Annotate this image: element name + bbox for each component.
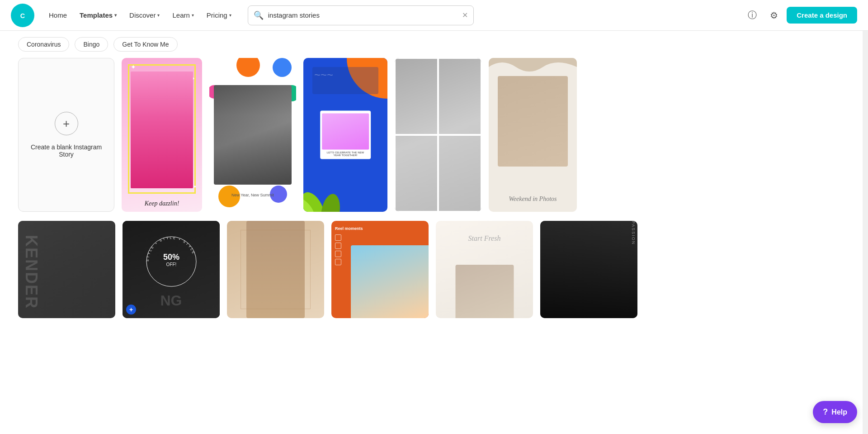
dot-blue: [273, 58, 292, 77]
tag-chip-coronavirus[interactable]: Coronavirus: [18, 37, 69, 52]
template-card[interactable]: [227, 221, 324, 318]
vertical-text: KENDER: [22, 235, 41, 309]
template-row-1: + Create a blank Instagram Story ✦ ✦ ✦ K…: [18, 58, 850, 212]
pricing-chevron-icon: ▾: [229, 13, 231, 18]
start-fresh-text: Start Fresh: [436, 234, 533, 243]
card-text-weekend: Weekend in Photos: [489, 196, 577, 203]
search-bar: 🔍 ✕: [248, 5, 474, 25]
dark-portrait-text: PASSION: [631, 221, 636, 318]
card-text-celebrate: LET'S CELEBRATE THE NEWYEAR TOGETHER!: [322, 151, 369, 157]
tag-chip-get-to-know-me[interactable]: Get To Know Me: [113, 37, 177, 52]
canva-logo[interactable]: C: [11, 4, 34, 27]
create-design-button[interactable]: Create a design: [787, 7, 857, 24]
dot-orange: [236, 58, 260, 77]
style-ng-text: NG: [123, 292, 220, 309]
tag-bar: Coronavirus Bingo Get To Know Me: [0, 31, 868, 58]
nav-home[interactable]: Home: [43, 8, 72, 23]
template-card[interactable]: KENDER: [18, 221, 115, 318]
create-blank-card[interactable]: + Create a blank Instagram Story: [18, 58, 114, 212]
template-grid: + Create a blank Instagram Story ✦ ✦ ✦ K…: [0, 58, 868, 336]
style-ring-svg: STYLE • STYLE • STYLE 50% OFF!: [144, 234, 198, 289]
template-card[interactable]: PASSION: [540, 221, 637, 318]
nav-templates[interactable]: Templates ▾: [74, 8, 122, 23]
template-card[interactable]: [395, 58, 481, 212]
search-input[interactable]: [268, 11, 462, 19]
nav-pricing[interactable]: Pricing ▾: [201, 8, 237, 23]
plus-circle-icon: +: [55, 112, 78, 135]
svg-text:50%: 50%: [163, 253, 179, 262]
help-icon-button[interactable]: ⓘ: [743, 6, 761, 24]
blank-card-label: Create a blank Instagram Story: [19, 143, 114, 158]
template-row-2: KENDER STYLE • STYLE • STYLE 50% OFF!: [18, 221, 850, 318]
reel-icons: [335, 234, 341, 265]
svg-text:OFF!: OFF!: [166, 262, 176, 267]
template-card[interactable]: STYLE • STYLE • STYLE 50% OFF! NG +: [123, 221, 220, 318]
discover-chevron-icon: ▾: [157, 13, 160, 18]
question-circle-icon: ⓘ: [748, 9, 757, 21]
templates-chevron-icon: ▾: [114, 13, 117, 18]
template-card[interactable]: ✦ ✦ ✦ Keep dazzlin!: [122, 58, 202, 212]
nav-links: Home Templates ▾ Discover ▾ Learn ▾ Pric…: [43, 8, 237, 23]
learn-chevron-icon: ▾: [192, 13, 194, 18]
search-clear-icon[interactable]: ✕: [462, 11, 468, 19]
nav-learn[interactable]: Learn ▾: [167, 8, 199, 23]
search-icon: 🔍: [254, 10, 264, 20]
scrollbar[interactable]: [863, 0, 868, 336]
tag-chip-bingo[interactable]: Bingo: [75, 37, 108, 52]
plus-badge: +: [126, 305, 136, 315]
card-text-newyear: New Year, New Summit: [209, 193, 296, 197]
gear-icon: ⚙: [770, 10, 778, 21]
reel-text: Reel moments: [335, 226, 363, 231]
nav-actions: ⓘ ⚙ Create a design: [743, 6, 857, 24]
navbar: C Home Templates ▾ Discover ▾ Learn ▾ Pr…: [0, 0, 868, 31]
nav-discover[interactable]: Discover ▾: [124, 8, 165, 23]
svg-point-3: [318, 192, 342, 212]
template-card[interactable]: Start Fresh: [436, 221, 533, 318]
settings-button[interactable]: ⚙: [765, 6, 783, 24]
template-card[interactable]: Reel moments: [331, 221, 429, 318]
start-fresh-photo: [455, 265, 514, 318]
template-card[interactable]: ~~~ LET'S CELEBRATE THE NEWYEAR TOGETHER…: [303, 58, 387, 212]
card-text-dazzlin: Keep dazzlin!: [122, 200, 202, 207]
leaf-svg: [303, 176, 349, 212]
template-card[interactable]: Weekend in Photos: [489, 58, 577, 212]
template-card[interactable]: New Year, New Summit: [209, 58, 296, 212]
svg-text:C: C: [20, 12, 25, 19]
